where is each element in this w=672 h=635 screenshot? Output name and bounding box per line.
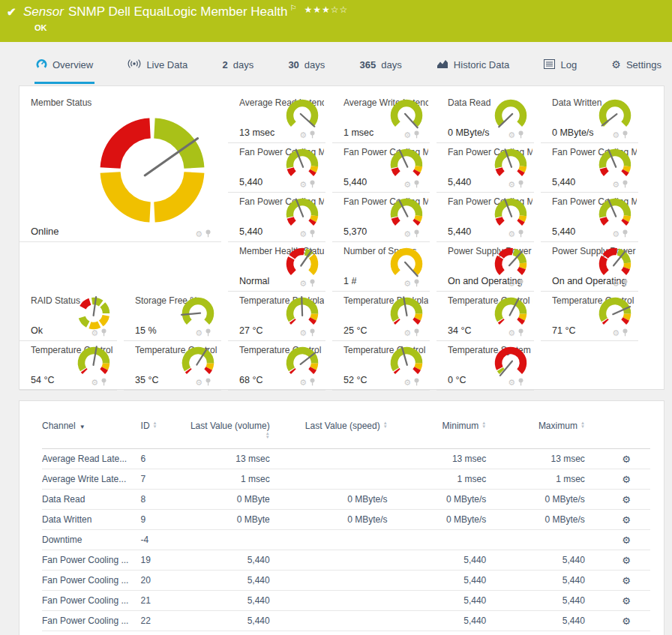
pin-icon[interactable] <box>205 378 212 386</box>
gear-icon[interactable]: ⚙ <box>404 181 411 188</box>
pin-icon[interactable] <box>309 279 316 287</box>
gear-icon[interactable]: ⚙ <box>404 329 411 337</box>
tab-settings[interactable]: ⚙Settings <box>610 45 663 82</box>
gear-icon[interactable]: ⚙ <box>299 379 307 386</box>
gear-icon[interactable]: ⚙ <box>404 131 411 139</box>
gear-icon[interactable]: ⚙ <box>508 280 515 287</box>
channel-tile-temperature-control-4[interactable]: Temperature Control m...35 °C⚙ <box>124 341 221 391</box>
gear-icon[interactable]: ⚙ <box>299 230 307 238</box>
pin-icon[interactable] <box>518 378 524 386</box>
pin-icon[interactable] <box>518 328 524 337</box>
table-row[interactable]: Average Read Late...613 msec13 msec13 ms… <box>42 449 650 469</box>
channel-settings-gear-icon[interactable]: ⚙ <box>622 474 631 485</box>
pin-icon[interactable] <box>518 130 524 139</box>
gear-icon[interactable]: ⚙ <box>195 379 202 386</box>
gear-icon[interactable]: ⚙ <box>612 131 620 139</box>
pin-icon[interactable] <box>413 130 420 139</box>
gear-icon[interactable]: ⚙ <box>299 329 307 337</box>
channel-tile-temperature-control-3[interactable]: Temperature Control m...54 °C⚙ <box>20 341 117 391</box>
tab-log[interactable]: Log <box>542 45 578 83</box>
pin-icon[interactable] <box>205 229 212 238</box>
channel-tile-temperature-backplane-1[interactable]: Temperature Backplan...27 °C⚙ <box>228 292 326 341</box>
column-header-minimum[interactable]: Minimum▲▼ <box>388 421 487 449</box>
pin-icon[interactable] <box>100 378 107 386</box>
pin-icon[interactable] <box>205 328 212 337</box>
pin-icon[interactable] <box>518 180 524 188</box>
pin-icon[interactable] <box>518 279 524 287</box>
pin-icon[interactable] <box>309 328 316 337</box>
flag-icon[interactable]: ⚐ <box>290 4 296 12</box>
channel-tile-temperature-system[interactable]: Temperature System0 °C⚙ <box>436 341 534 391</box>
channel-tile-power-supply-2[interactable]: Power Supply Power C...On and Operating⚙ <box>541 242 638 292</box>
channel-settings-gear-icon[interactable]: ⚙ <box>622 595 631 607</box>
channel-tile-number-of-spares[interactable]: Number of Spares1 #⚙ <box>332 242 430 292</box>
channel-settings-gear-icon[interactable]: ⚙ <box>622 454 631 465</box>
pin-icon[interactable] <box>622 229 628 238</box>
sort-icon[interactable]: ▲▼ <box>482 421 486 429</box>
channel-tile-temperature-control-6[interactable]: Temperature Control m...52 °C⚙ <box>332 341 430 391</box>
priority-stars[interactable]: ★★★☆☆ <box>304 4 348 15</box>
channel-settings-gear-icon[interactable]: ⚙ <box>622 535 631 546</box>
pin-icon[interactable] <box>413 279 420 287</box>
channel-tile-fan-power-cooling-6[interactable]: Fan Power Cooling Mo...5,370⚙ <box>332 193 430 242</box>
pin-icon[interactable] <box>518 229 524 238</box>
pin-icon[interactable] <box>622 130 628 139</box>
channel-tile-temperature-backplane-2[interactable]: Temperature Backplan...25 °C⚙ <box>332 292 430 341</box>
channel-tile-average-read-latency[interactable]: Average Read Latency13 msec⚙ <box>228 94 326 143</box>
pin-icon[interactable] <box>622 279 628 287</box>
channel-tile-fan-power-cooling-2[interactable]: Fan Power Cooling Mo...5,440⚙ <box>332 143 430 193</box>
gear-icon[interactable]: ⚙ <box>404 379 411 386</box>
gear-icon[interactable]: ⚙ <box>299 181 307 188</box>
channel-tile-power-supply-1[interactable]: Power Supply Power C...On and Operating⚙ <box>436 242 534 292</box>
sort-icon[interactable]: ▲▼ <box>580 421 585 429</box>
table-row[interactable]: Average Write Late...71 msec1 msec1 msec… <box>42 469 650 490</box>
channel-settings-gear-icon[interactable]: ⚙ <box>622 555 631 566</box>
pin-icon[interactable] <box>622 328 628 337</box>
pin-icon[interactable] <box>413 229 420 238</box>
tab-live-data[interactable]: Live Data <box>126 44 189 83</box>
gear-icon[interactable]: ⚙ <box>299 131 307 139</box>
column-header-maximum[interactable]: Maximum▲▼ <box>486 421 585 449</box>
gear-icon[interactable]: ⚙ <box>508 379 515 386</box>
column-header-id[interactable]: ID▲▼ <box>141 421 187 449</box>
channel-tile-storage-free[interactable]: Storage Free %15 %⚙ <box>124 292 221 341</box>
sort-icon[interactable]: ▲▼ <box>153 421 158 429</box>
sort-icon[interactable]: ▲▼ <box>383 421 388 429</box>
tab-30-days[interactable]: 30days <box>286 45 326 82</box>
pin-icon[interactable] <box>413 328 420 337</box>
channel-tile-temperature-control-2[interactable]: Temperature Control m...71 °C⚙ <box>541 292 638 341</box>
table-row[interactable]: Data Read80 MByte0 MByte/s0 MByte/s0 MBy… <box>42 490 650 510</box>
pin-icon[interactable] <box>309 229 316 238</box>
gear-icon[interactable]: ⚙ <box>404 280 411 287</box>
table-row[interactable]: Fan Power Cooling ...225,4405,4405,440⚙ <box>42 611 650 631</box>
gear-icon[interactable]: ⚙ <box>508 329 515 337</box>
sort-desc-icon[interactable]: ▼ <box>80 424 86 430</box>
pin-icon[interactable] <box>622 180 628 188</box>
channel-tile-fan-power-cooling-1[interactable]: Fan Power Cooling Mo...5,440⚙ <box>228 143 326 193</box>
gear-icon[interactable]: ⚙ <box>612 230 620 238</box>
gear-icon[interactable]: ⚙ <box>508 230 515 238</box>
channel-tile-fan-power-cooling-5[interactable]: Fan Power Cooling Mo...5,440⚙ <box>228 193 326 242</box>
gear-icon[interactable]: ⚙ <box>195 230 202 238</box>
gear-icon[interactable]: ⚙ <box>612 280 620 287</box>
table-row[interactable]: Fan Power Cooling ...205,4405,4405,440⚙ <box>42 571 650 591</box>
channel-tile-temperature-control-5[interactable]: Temperature Control m...68 °C⚙ <box>228 341 326 391</box>
channel-settings-gear-icon[interactable]: ⚙ <box>622 575 631 586</box>
sort-icon[interactable]: ▲▼ <box>266 432 270 439</box>
gear-icon[interactable]: ⚙ <box>612 181 620 188</box>
pin-icon[interactable] <box>413 180 420 188</box>
pin-icon[interactable] <box>309 180 316 188</box>
table-row[interactable]: Fan Power Cooling ...215,4405,4405,440⚙ <box>42 591 650 611</box>
gear-icon[interactable]: ⚙ <box>508 131 515 139</box>
column-header-last-value-volume-[interactable]: Last Value (volume)▲▼ <box>186 421 269 449</box>
pin-icon[interactable] <box>413 378 420 386</box>
channel-settings-gear-icon[interactable]: ⚙ <box>622 494 631 505</box>
pin-icon[interactable] <box>309 130 316 139</box>
table-row[interactable]: Data Written90 MByte0 MByte/s0 MByte/s0 … <box>42 510 650 530</box>
channel-tile-raid-status[interactable]: RAID StatusOk⚙ <box>20 292 117 341</box>
channel-settings-gear-icon[interactable]: ⚙ <box>622 514 631 526</box>
channel-tile-fan-power-cooling-7[interactable]: Fan Power Cooling Mo...5,440⚙ <box>436 193 534 242</box>
gear-icon[interactable]: ⚙ <box>404 230 411 238</box>
column-header-channel[interactable]: Channel▼ <box>42 421 141 449</box>
gear-icon[interactable]: ⚙ <box>508 181 515 188</box>
